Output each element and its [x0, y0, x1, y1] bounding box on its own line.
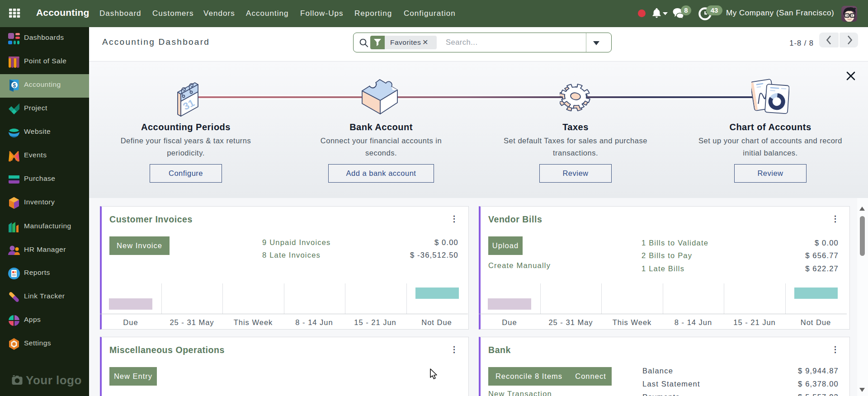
- svg-text:$: $: [13, 82, 16, 89]
